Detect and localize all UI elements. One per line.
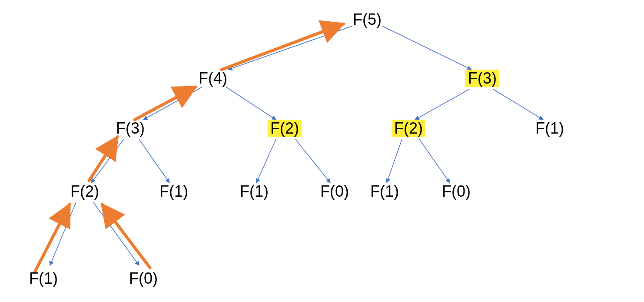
node-f0-bottom-left: F(0) (126, 270, 160, 287)
svg-line-17 (135, 87, 196, 120)
svg-line-4 (415, 89, 469, 120)
svg-line-2 (143, 87, 202, 120)
svg-line-0 (228, 26, 352, 70)
node-f3-left: F(3) (113, 120, 147, 137)
svg-line-1 (382, 26, 471, 70)
edge-layer (0, 0, 644, 302)
node-f1-mid-a: F(1) (237, 183, 271, 200)
node-f4: F(4) (196, 70, 230, 87)
svg-line-7 (139, 139, 169, 183)
node-f1-right-a: F(1) (368, 183, 402, 200)
node-f2-lower-left: F(2) (68, 183, 102, 200)
svg-line-3 (226, 87, 276, 120)
svg-line-9 (295, 139, 330, 183)
node-f1-bottom-left: F(1) (27, 270, 60, 287)
svg-line-18 (222, 24, 343, 70)
edges-down (50, 26, 543, 265)
svg-line-16 (89, 137, 117, 181)
svg-line-13 (93, 202, 139, 265)
node-f2-right-highlight: F(2) (392, 120, 425, 137)
svg-line-5 (493, 89, 543, 120)
svg-line-12 (50, 202, 76, 265)
node-f0-right: F(0) (439, 183, 473, 200)
svg-line-6 (91, 139, 124, 183)
node-f5: F(5) (350, 11, 384, 28)
svg-line-8 (256, 139, 276, 183)
svg-line-14 (35, 205, 70, 272)
node-f1-left: F(1) (157, 183, 191, 200)
node-f1-far-right: F(1) (533, 120, 567, 137)
node-f2-mid-highlight: F(2) (268, 120, 302, 137)
node-f0-mid: F(0) (318, 183, 352, 200)
recursion-tree-diagram: F(5) F(4) F(3) F(3) F(2) F(2) F(1) F(2) … (0, 0, 644, 302)
svg-line-10 (387, 139, 402, 183)
svg-line-15 (102, 205, 150, 268)
node-f3-right-highlight: F(3) (465, 70, 499, 87)
edges-up-orange (35, 24, 343, 272)
svg-line-11 (419, 139, 450, 183)
